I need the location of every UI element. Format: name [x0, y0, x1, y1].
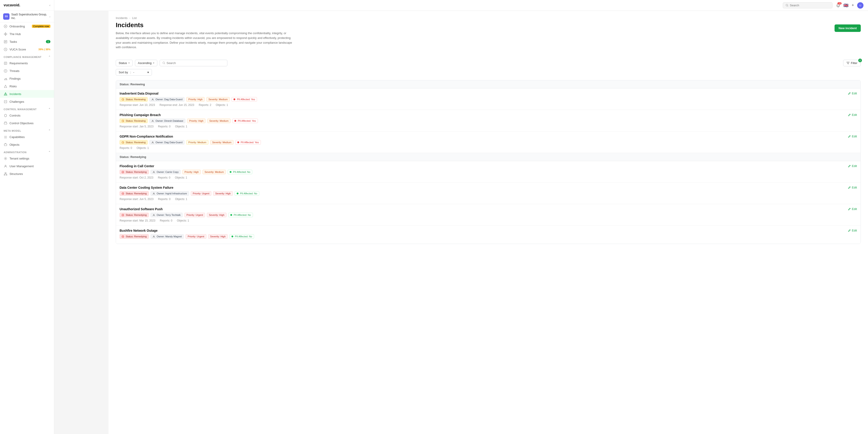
sidebar-item-requirements[interactable]: Requirements — [0, 59, 54, 67]
svg-point-3 — [6, 34, 7, 34]
incident-response-end: Response end: Jun 15, 2023 — [160, 104, 194, 107]
breadcrumb: Incidents › List — [116, 16, 292, 20]
svg-rect-16 — [4, 174, 5, 175]
status-tag: Status: Remedying — [120, 170, 149, 174]
compliance-toggle-icon[interactable]: ⌃ — [49, 55, 51, 58]
sidebar-item-tasks[interactable]: Tasks 1 — [0, 38, 54, 46]
vuca-icon — [4, 48, 7, 51]
sidebar-item-structures[interactable]: Structures — [0, 170, 54, 178]
priority-tag: Priority: High — [187, 119, 206, 123]
owner-tag: Owner: Dinesh Database — [149, 119, 185, 123]
tenant-settings-icon — [4, 156, 7, 160]
topbar-search-icon — [786, 4, 788, 7]
svg-point-25 — [152, 142, 153, 143]
filter-icon — [846, 62, 849, 64]
incident-edit-button[interactable]: Edit — [848, 92, 857, 95]
edit-icon — [848, 92, 851, 95]
incident-edit-button[interactable]: Edit — [848, 186, 857, 189]
status-tag: Status: Reviewing — [120, 140, 148, 145]
svg-point-23 — [152, 120, 153, 121]
incident-objects: Objects: 1 — [175, 125, 187, 128]
topbar: 19 🇬🇧 + U — [54, 0, 868, 11]
org-name: SaaS Superstructures Group, Inc. — [11, 13, 47, 20]
sidebar-item-challenges[interactable]: Challenges — [0, 98, 54, 106]
sidebar-item-onboarding[interactable]: Onboarding Complete now — [0, 22, 54, 30]
meta-section-header: Meta Model ⌃ — [0, 127, 54, 133]
challenges-label: Challenges — [9, 100, 24, 104]
sidebar-item-tenant-settings[interactable]: Tenant settings — [0, 154, 54, 162]
topbar-search-input[interactable] — [790, 4, 830, 7]
sidebar-item-objects[interactable]: Objects — [0, 141, 54, 148]
incident-name: Flooding in Call Center — [120, 164, 844, 168]
incident-edit-button[interactable]: Edit — [848, 164, 857, 168]
svg-rect-11 — [4, 123, 7, 124]
sidebar-item-user-management[interactable]: User Management — [0, 162, 54, 170]
new-incident-button[interactable]: New incident — [835, 24, 861, 32]
findings-icon — [4, 77, 7, 80]
sidebar-item-capabilities[interactable]: Capabilities — [0, 133, 54, 141]
incidents-search-icon — [162, 62, 165, 64]
breadcrumb-incidents-link[interactable]: Incidents — [116, 16, 127, 20]
control-toggle-icon[interactable]: ⌃ — [49, 108, 51, 111]
topbar-search-box[interactable] — [783, 2, 833, 8]
hub-label: The Hub — [9, 32, 21, 36]
owner-tag: Owner: Mandy Magnet — [151, 234, 184, 239]
ascending-filter-select[interactable]: Ascending ▾ — [135, 60, 157, 66]
sidebar-item-threats[interactable]: Threats — [0, 67, 54, 75]
language-flag[interactable]: 🇬🇧 — [843, 3, 848, 8]
svg-point-33 — [153, 236, 154, 237]
tasks-label: Tasks — [9, 40, 17, 44]
notification-count: 19 — [837, 2, 842, 4]
incident-row: Flooding in Call Center Status: Remedyin… — [116, 161, 861, 183]
priority-tag: Priority: Medium — [186, 140, 208, 145]
notification-bell[interactable]: 19 — [836, 3, 840, 7]
incident-edit-button[interactable]: Edit — [848, 229, 857, 232]
svg-point-14 — [5, 165, 6, 166]
incident-row: Bushfire Network Outage Status: Remedyin… — [116, 226, 861, 244]
sidebar-item-risks[interactable]: Risks — [0, 82, 54, 90]
incident-edit-button[interactable]: Edit — [848, 113, 857, 117]
incident-reports: Reports: 2 — [199, 104, 211, 107]
breadcrumb-separator: › — [129, 16, 130, 20]
sidebar-item-findings[interactable]: Findings — [0, 75, 54, 82]
sidebar-item-vuca-score[interactable]: VUCA Score 39% | 38% — [0, 46, 54, 53]
status-tag: Status: Remedying — [120, 191, 149, 196]
sidebar-collapse-btn[interactable]: ‹ — [49, 3, 51, 7]
breadcrumb-list: List — [132, 16, 136, 20]
admin-toggle-icon[interactable]: ⌃ — [49, 151, 51, 154]
user-management-label: User Management — [9, 165, 34, 168]
org-selector[interactable]: SS SaaS Superstructures Group, Inc. ⌄ — [0, 11, 54, 22]
sidebar-item-control-objectives[interactable]: Control Objectives — [0, 119, 54, 127]
onboarding-badge: Complete now — [32, 25, 51, 28]
incidents-search-box[interactable] — [160, 60, 227, 66]
plus-button[interactable]: + — [851, 3, 854, 8]
incident-meta: Response start: Jun 5, 2023Reports: 0Obj… — [120, 198, 844, 201]
user-avatar[interactable]: U — [857, 2, 864, 8]
status-filter-label: Status — [119, 61, 127, 65]
status-filter-select[interactable]: Status ▾ — [116, 60, 133, 66]
status-group-label: Status: Remedying — [120, 155, 146, 158]
incident-edit-button[interactable]: Edit — [848, 207, 857, 211]
status-group-header: Status: Reviewing — [116, 80, 861, 88]
incident-meta: Response start: Jun 10, 2023Response end… — [120, 104, 844, 107]
sort-by-select[interactable]: Sort by | - ▾ — [116, 69, 152, 76]
incidents-search-input[interactable] — [166, 61, 224, 65]
capabilities-label: Capabilities — [9, 135, 25, 139]
sidebar-item-the-hub[interactable]: The Hub — [0, 30, 54, 38]
sidebar: vucavoid. ‹ SS SaaS Superstructures Grou… — [0, 0, 54, 434]
risks-label: Risks — [9, 85, 17, 88]
incident-tags: Status: Reviewing Owner: Dag Data-Guard … — [120, 140, 844, 145]
page-description: Below, the interface allows you to defin… — [116, 31, 292, 50]
sidebar-item-controls[interactable]: Controls — [0, 112, 54, 119]
svg-point-5 — [5, 35, 6, 35]
filter-button[interactable]: Filter 0 — [843, 60, 861, 66]
sort-by-label: Sort by — [119, 70, 128, 74]
incident-row: Unauthorized Software Push Status: Remed… — [116, 204, 861, 226]
incident-meta: Response start: Mar 15, 2023Reports: 0Ob… — [120, 219, 844, 222]
status-tag: Status: Reviewing — [120, 119, 148, 123]
challenges-icon — [4, 100, 7, 104]
controls-label: Controls — [9, 114, 20, 117]
sidebar-item-incidents[interactable]: Incidents — [0, 90, 54, 98]
incident-edit-button[interactable]: Edit — [848, 135, 857, 138]
meta-toggle-icon[interactable]: ⌃ — [49, 129, 51, 132]
